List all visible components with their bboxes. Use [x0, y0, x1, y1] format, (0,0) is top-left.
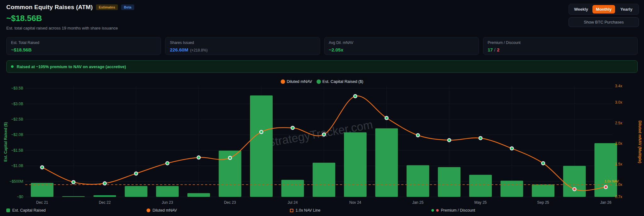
svg-text:3.0x: 3.0x: [615, 100, 622, 105]
svg-text:3.4x: 3.4x: [615, 84, 622, 88]
legend-est-capital-raised[interactable]: Est. Capital Raised ($): [316, 79, 363, 84]
show-btc-purchases-button[interactable]: Show BTC Purchases: [569, 17, 639, 27]
header: Common Equity Raises (ATM) Estimates Bet…: [6, 4, 134, 30]
legend-label: 1.0x NAV Line: [296, 208, 320, 213]
stat-card-premium-discount: Premium / Discount 17 / 2: [483, 37, 638, 55]
svg-text:~$2.0B: ~$2.0B: [11, 132, 23, 137]
svg-text:2.0x: 2.0x: [615, 141, 622, 146]
chart-legend-top: Diluted mNAV Est. Capital Raised ($): [281, 79, 364, 84]
svg-text:Jan 25: Jan 25: [412, 200, 424, 205]
chart-canvas[interactable]: ~$0~$500M~$1.0B~$1.5B~$2.0B~$2.5B~$3.0B~…: [0, 0, 644, 216]
green-dot-icon: [316, 79, 321, 84]
svg-text:~$500M: ~$500M: [9, 179, 23, 184]
stat-card-avg-dil-mnav: Avg Dil. mNAV ~2.05x: [324, 37, 479, 55]
red-dot-icon: [436, 209, 439, 212]
svg-text:Nov 24: Nov 24: [349, 200, 361, 205]
dashboard-root: { "header": { "title": "Common Equity Ra…: [0, 0, 644, 216]
page-subtitle: Est. total capital raised across 19 mont…: [6, 26, 134, 30]
svg-text:1.0x: 1.0x: [615, 182, 622, 187]
stat-value: 226.60M(+218.8%): [170, 47, 315, 52]
svg-text:2.5x: 2.5x: [615, 121, 622, 125]
legend-label: Diluted mNAV: [287, 79, 312, 84]
svg-text:Dec 22: Dec 22: [99, 200, 111, 205]
svg-text:1.5x: 1.5x: [615, 162, 622, 166]
svg-text:Diluted mNAV (Multiple): Diluted mNAV (Multiple): [638, 121, 642, 163]
svg-text:~$3.5B: ~$3.5B: [11, 86, 23, 90]
insight-banner: Raised at ~105% premium to NAV on averag…: [6, 60, 638, 73]
legend-label: Premium / Discount: [441, 208, 475, 213]
svg-text:Jun 23: Jun 23: [162, 200, 173, 205]
stat-label: Avg Dil. mNAV: [329, 40, 474, 45]
stats-row: Est. Total Raised ~$18.56B Shares Issued…: [6, 37, 638, 55]
orange-dot-icon: [281, 79, 285, 84]
stat-value: 17 / 2: [488, 47, 633, 52]
premium-discount-separator: /: [493, 47, 497, 52]
svg-text:May 25: May 25: [474, 200, 487, 205]
shares-issued-change: (+218.8%): [190, 48, 208, 52]
svg-text:Dec 21: Dec 21: [36, 200, 48, 205]
tab-yearly[interactable]: Yearly: [615, 5, 638, 14]
tab-weekly[interactable]: Weekly: [570, 5, 592, 14]
stat-card-est-total-raised: Est. Total Raised ~$18.56B: [6, 37, 161, 55]
svg-text:~$0: ~$0: [17, 195, 24, 199]
legend-bottom-nav-line[interactable]: 1.0x NAV Line: [290, 208, 320, 213]
stat-label: Premium / Discount: [488, 40, 633, 45]
svg-text:Jul 24: Jul 24: [288, 200, 298, 205]
svg-text:Dec 23: Dec 23: [224, 200, 236, 205]
total-raised-value: ~$18.56B: [6, 14, 134, 23]
legend-label: Diluted mNAV: [153, 208, 177, 213]
legend-diluted-mnav[interactable]: Diluted mNAV: [281, 79, 312, 84]
legend-bottom-est-capital-raised[interactable]: Est. Capital Raised: [6, 208, 46, 213]
green-dot-icon: [431, 209, 434, 212]
stat-label: Shares Issued: [170, 40, 315, 45]
svg-text:~$3.0B: ~$3.0B: [11, 102, 23, 106]
legend-bottom-diluted-mnav[interactable]: Diluted mNAV: [147, 208, 177, 213]
legend-label: Est. Capital Raised: [12, 208, 46, 213]
svg-text:Sep 25: Sep 25: [537, 200, 549, 205]
svg-text:0.7x: 0.7x: [615, 195, 622, 199]
legend-bottom-premium-discount[interactable]: Premium / Discount: [431, 208, 475, 213]
discount-count: 2: [497, 47, 499, 52]
status-dot-icon: [11, 65, 14, 68]
orange-circle-icon: [147, 208, 150, 212]
stat-value: ~2.05x: [329, 47, 474, 52]
dashed-square-icon: [290, 209, 293, 212]
stat-label: Est. Total Raised: [11, 40, 156, 45]
svg-text:Jan 26: Jan 26: [600, 200, 611, 205]
green-square-icon: [6, 208, 10, 212]
insight-text: Raised at ~105% premium to NAV on averag…: [17, 64, 126, 69]
svg-text:~$1.0B: ~$1.0B: [11, 164, 23, 168]
beta-badge: Beta: [121, 4, 134, 10]
legend-label: Est. Capital Raised ($): [322, 79, 363, 84]
controls: Weekly Monthly Yearly Show BTC Purchases: [569, 4, 639, 27]
period-segmented-control: Weekly Monthly Yearly: [569, 4, 639, 15]
page-title: Common Equity Raises (ATM): [6, 4, 93, 11]
svg-text:~$2.5B: ~$2.5B: [11, 117, 23, 122]
stat-value: ~$18.56B: [11, 47, 156, 52]
shares-issued-value: 226.60M: [170, 47, 188, 52]
tab-monthly[interactable]: Monthly: [592, 5, 615, 14]
premium-count: 17: [488, 47, 493, 52]
svg-text:~$1.5B: ~$1.5B: [11, 148, 23, 153]
svg-text:Est. Capital Raised ($): Est. Capital Raised ($): [3, 122, 8, 162]
stat-card-shares-issued: Shares Issued 226.60M(+218.8%): [165, 37, 320, 55]
estimates-badge: Estimates: [96, 4, 118, 10]
